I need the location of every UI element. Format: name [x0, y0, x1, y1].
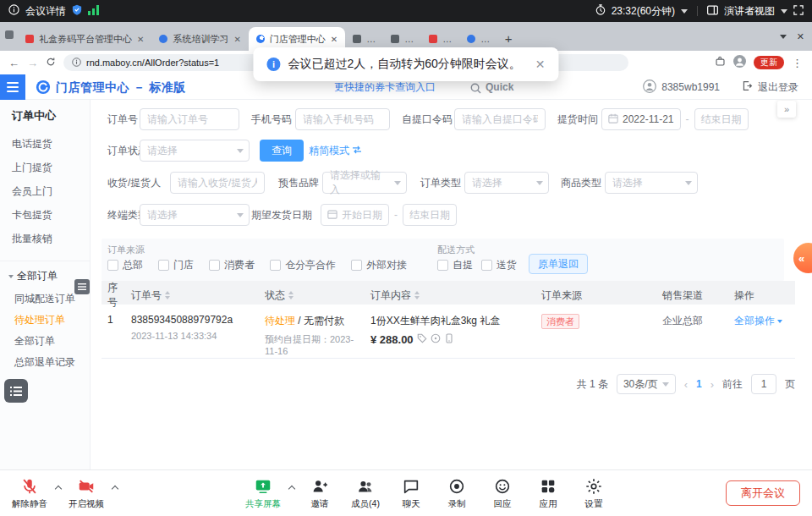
leave-meeting-button[interactable]: 离开会议	[726, 480, 800, 506]
site-info-icon[interactable]	[72, 58, 81, 69]
fullscreen-icon[interactable]	[793, 5, 804, 18]
all-actions-dropdown[interactable]: 全部操作	[734, 314, 790, 328]
apps-button[interactable]: 应用	[525, 476, 571, 510]
checkbox-icon	[437, 260, 448, 271]
column-header-source: 订单来源	[541, 288, 662, 303]
pickup-end-date[interactable]: 结束日期	[694, 108, 749, 130]
sidebar-item-pending-orders[interactable]: 待处理订单	[0, 310, 90, 331]
sidebar-item-phone-pickup[interactable]: 电话提货	[0, 132, 90, 156]
search-icon[interactable]	[470, 82, 481, 97]
ship-start-date[interactable]: 开始日期	[321, 204, 389, 226]
filter-collapse-button[interactable]: »	[777, 101, 796, 118]
back-icon[interactable]: ←	[8, 57, 19, 69]
table-row: 1 83859345088979792a 2023-11-13 14:33:34…	[102, 305, 795, 359]
pickup-code-input[interactable]	[454, 108, 546, 130]
sidebar-item-hq-refund-records[interactable]: 总部退单记录	[0, 352, 90, 373]
sort-icon[interactable]	[165, 291, 170, 299]
current-page[interactable]: 1	[696, 378, 702, 390]
menu-toggle-button[interactable]	[0, 74, 25, 100]
invite-button[interactable]: 邀请	[297, 476, 343, 510]
prev-page-button[interactable]: ‹	[684, 378, 688, 391]
chat-button[interactable]: 聊天	[388, 476, 434, 510]
checkbox-delivery-pickup[interactable]: 自提	[437, 258, 473, 272]
sort-icon[interactable]	[414, 291, 420, 299]
members-button[interactable]: 成员(4)	[343, 476, 388, 510]
search-button[interactable]: 查询	[260, 140, 304, 162]
security-shield-icon[interactable]	[72, 4, 82, 18]
view-mode-label[interactable]: 演讲者视图	[724, 4, 775, 19]
floating-list-widget[interactable]	[4, 379, 28, 403]
sidebar-item-member-visit[interactable]: 会员上门	[0, 179, 90, 203]
brand-select[interactable]: 请选择或输入	[322, 172, 407, 194]
sidebar-item-batch-verify[interactable]: 批量核销	[0, 227, 90, 250]
ship-end-date[interactable]: 结束日期	[403, 204, 457, 226]
page-size-select[interactable]: 30条/页	[617, 374, 676, 394]
phone-input[interactable]	[295, 108, 390, 130]
browser-update-button[interactable]: 更新	[754, 56, 784, 69]
tab-close-icon[interactable]: ✕	[233, 35, 240, 44]
browser-menu-icon[interactable]: ⋮	[792, 57, 804, 69]
goto-page-input[interactable]	[751, 374, 776, 394]
meeting-info-icon[interactable]	[8, 4, 19, 18]
sort-icon[interactable]	[288, 291, 294, 299]
checkbox-source-store[interactable]: 门店	[158, 258, 194, 272]
share-screen-button[interactable]: 共享屏幕	[240, 476, 286, 510]
sidebar-item-door-pickup[interactable]: 上门提货	[0, 156, 90, 179]
mic-options-caret[interactable]	[52, 476, 63, 510]
browser-tab-1[interactable]: 礼盒券码平台管理中心 ✕	[18, 27, 151, 51]
checkbox-source-hq[interactable]: 总部	[107, 258, 143, 272]
extensions-icon[interactable]	[715, 55, 726, 70]
checkbox-delivery-ship[interactable]: 送货	[481, 258, 517, 272]
tab-list-caret-icon[interactable]	[780, 35, 787, 39]
forward-icon[interactable]: →	[27, 57, 38, 69]
share-options-caret[interactable]	[286, 476, 297, 510]
checkbox-source-consumer[interactable]: 消费者	[209, 258, 255, 272]
new-tab-button[interactable]: +	[499, 29, 518, 47]
network-signal-icon[interactable]	[88, 5, 99, 18]
browser-profile-avatar[interactable]	[733, 55, 746, 71]
filter-label-order-type: 订单类型	[420, 172, 461, 194]
goods-type-select[interactable]: 请选择	[605, 172, 698, 194]
reaction-button[interactable]: 回应	[480, 476, 525, 510]
timer-caret-icon[interactable]	[681, 9, 688, 14]
total-count: 共 1 条	[577, 377, 608, 392]
window-close-icon[interactable]: ✕	[797, 31, 804, 42]
notification-close-icon[interactable]: ✕	[535, 58, 546, 71]
simple-mode-link[interactable]: 精简模式	[309, 140, 362, 162]
view-caret-icon[interactable]	[781, 9, 787, 14]
checkbox-icon	[209, 260, 220, 271]
video-button[interactable]: 开启视频	[63, 476, 109, 510]
order-no[interactable]: 83859345088979792a	[131, 314, 260, 326]
browser-tab-2[interactable]: 系统培训学习 ✕	[151, 27, 248, 51]
checkbox-source-external[interactable]: 外部对接	[351, 258, 407, 272]
workspace-icon[interactable]	[5, 27, 14, 42]
column-header-status[interactable]: 状态	[265, 288, 370, 303]
sidebar-item-all-orders[interactable]: 全部订单	[0, 331, 90, 352]
checkbox-source-coop[interactable]: 仓分亭合作	[270, 258, 336, 272]
video-options-caret[interactable]	[109, 476, 120, 510]
sidebar-collapse-handle[interactable]	[74, 279, 90, 294]
mute-label: 解除静音	[12, 498, 47, 510]
order-type-select[interactable]: 请选择	[464, 172, 549, 194]
tab-close-icon[interactable]: ✕	[331, 35, 337, 44]
mute-button[interactable]: 解除静音	[7, 476, 52, 510]
chevron-down-icon	[237, 213, 244, 217]
tab-close-icon[interactable]: ✕	[137, 35, 144, 44]
record-button[interactable]: 录制	[434, 476, 480, 510]
cell-source: 消费者	[541, 305, 662, 358]
pickup-start-date[interactable]: 2022-11-21	[601, 108, 681, 130]
column-header-order-no[interactable]: 订单号	[131, 288, 265, 303]
date-range-dash: -	[394, 209, 398, 221]
receiver-input[interactable]	[170, 172, 265, 194]
settings-button[interactable]: 设置	[571, 476, 617, 510]
refresh-icon[interactable]	[46, 57, 56, 69]
logout-button[interactable]: 退出登录	[758, 80, 798, 95]
tab-label: 礼盒券码平台管理中心	[39, 33, 132, 46]
next-page-button[interactable]: ›	[710, 378, 714, 391]
order-status-select[interactable]: 请选择	[140, 140, 250, 162]
order-no-input[interactable]	[140, 108, 239, 130]
terminal-select[interactable]: 请选择	[140, 204, 250, 226]
column-header-content[interactable]: 订单内容	[370, 288, 541, 303]
sidebar-item-card-pickup[interactable]: 卡包提货	[0, 203, 90, 227]
original-order-return-button[interactable]: 原单退回	[529, 254, 588, 274]
